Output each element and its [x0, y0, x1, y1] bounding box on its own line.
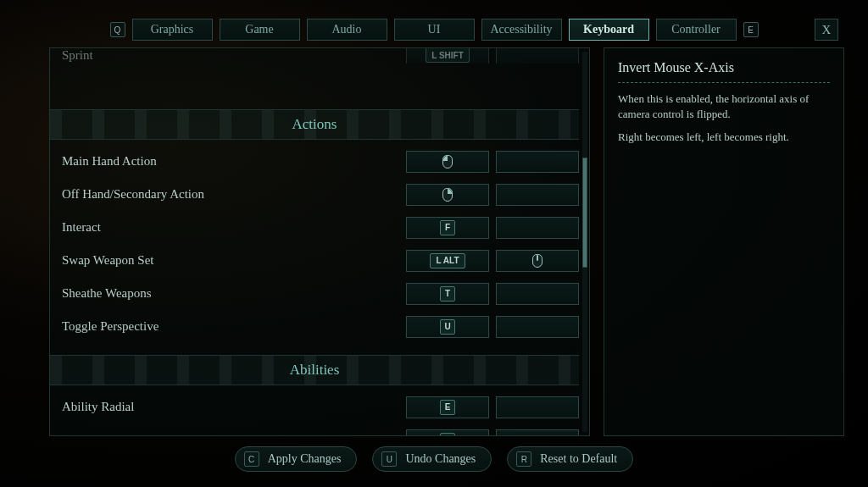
info-description: When this is enabled, the horizontal axi… [618, 91, 830, 145]
info-title: Invert Mouse X-Axis [618, 60, 830, 75]
keycap: L SHIFT [426, 47, 470, 63]
bind-secondary-slot[interactable] [496, 429, 579, 437]
bind-row: Ability Radial E [50, 390, 579, 423]
keycap: U [440, 319, 455, 335]
mouse-right-icon [442, 188, 453, 202]
bind-secondary-slot[interactable] [496, 184, 579, 206]
bind-primary-slot[interactable]: F [406, 217, 489, 239]
bind-primary-slot[interactable] [406, 151, 489, 173]
bind-label: Sheathe Weapons [62, 286, 399, 301]
keycap: T [440, 286, 455, 302]
bind-row: Toggle Perspective U [50, 310, 579, 343]
settings-tabbar: Q Graphics Game Audio UI Accessibility K… [0, 19, 868, 41]
settings-body: Sprint L SHIFT Actions Main Hand Action … [49, 47, 844, 436]
tab-controller[interactable]: Controller [656, 19, 737, 41]
bind-primary-slot[interactable]: U [406, 316, 489, 338]
bind-secondary-slot[interactable] [496, 217, 579, 239]
bind-row-sprint: Sprint L SHIFT [50, 47, 579, 64]
bind-primary-slot[interactable]: 1 [406, 429, 489, 437]
bind-label: Sprint [62, 48, 399, 63]
apply-changes-button[interactable]: C Apply Changes [235, 446, 358, 472]
bind-primary-slot[interactable]: L ALT [406, 250, 489, 272]
tab-accessibility[interactable]: Accessibility [481, 19, 562, 41]
bind-primary-slot[interactable]: E [406, 396, 489, 418]
keycap: F [440, 220, 455, 235]
keybind-list: Sprint L SHIFT Actions Main Hand Action … [50, 47, 579, 436]
bind-secondary-slot[interactable] [496, 151, 579, 173]
tab-keyboard[interactable]: Keyboard [569, 19, 649, 41]
apply-keyhint: C [244, 451, 259, 467]
bind-row: Main Hand Action [50, 145, 579, 178]
section-header-abilities: Abilities [50, 355, 579, 385]
bind-secondary-slot[interactable] [496, 47, 579, 64]
tabs-next-keyhint: E [743, 22, 759, 37]
bind-row: Sheathe Weapons T [50, 277, 579, 310]
tabs-prev-keyhint: Q [110, 22, 125, 37]
mouse-middle-icon [532, 254, 542, 268]
info-panel: Invert Mouse X-Axis When this is enabled… [604, 47, 844, 436]
keybind-panel: Sprint L SHIFT Actions Main Hand Action … [49, 47, 590, 436]
bind-row: Ability Slot 1 1 [50, 423, 579, 436]
bind-label: Ability Radial [62, 400, 399, 414]
reset-label: Reset to Default [540, 452, 617, 466]
mouse-left-icon [442, 155, 453, 169]
bind-label: Toggle Perspective [62, 319, 399, 334]
bind-primary-slot[interactable]: L SHIFT [406, 47, 489, 64]
apply-label: Apply Changes [268, 452, 342, 466]
tab-game[interactable]: Game [220, 19, 300, 41]
undo-keyhint: U [381, 451, 397, 467]
info-separator [618, 82, 830, 83]
bind-row: Swap Weapon Set L ALT [50, 244, 579, 277]
bind-row: Interact F [50, 211, 579, 244]
bind-secondary-slot[interactable] [496, 396, 579, 418]
bind-label: Ability Slot 1 [62, 433, 399, 436]
reset-keyhint: R [516, 451, 531, 467]
bind-secondary-slot[interactable] [496, 316, 579, 338]
bind-row: Off Hand/Secondary Action [50, 178, 579, 211]
reset-default-button[interactable]: R Reset to Default [507, 446, 633, 472]
tab-graphics[interactable]: Graphics [132, 19, 213, 41]
keycap: E [440, 400, 455, 415]
bind-label: Off Hand/Secondary Action [62, 187, 399, 202]
tab-ui[interactable]: UI [394, 19, 475, 41]
bind-secondary-slot[interactable] [496, 283, 579, 305]
info-p2: Right becomes left, left becomes right. [618, 130, 830, 145]
bind-label: Interact [62, 220, 399, 235]
keycap: L ALT [430, 253, 465, 268]
info-p1: When this is enabled, the horizontal axi… [618, 91, 830, 121]
bind-label: Swap Weapon Set [62, 253, 399, 268]
bind-secondary-slot[interactable] [496, 250, 579, 272]
tab-audio[interactable]: Audio [307, 19, 387, 41]
scrollbar[interactable] [582, 52, 587, 432]
undo-changes-button[interactable]: U Undo Changes [372, 446, 492, 472]
bind-primary-slot[interactable]: T [406, 283, 489, 305]
footer-actions: C Apply Changes U Undo Changes R Reset t… [0, 446, 868, 472]
scrollbar-thumb[interactable] [582, 158, 587, 268]
undo-label: Undo Changes [405, 452, 476, 466]
section-header-actions: Actions [50, 109, 579, 140]
close-button[interactable]: X [815, 19, 838, 41]
keycap: 1 [440, 433, 455, 437]
bind-label: Main Hand Action [62, 154, 399, 169]
bind-primary-slot[interactable] [406, 184, 489, 206]
